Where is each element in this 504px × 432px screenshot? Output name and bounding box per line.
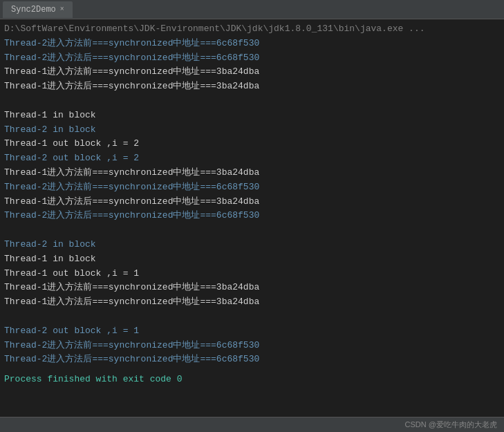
console-line: Thread-2进入方法前===synchronized中地址===6c68f5… (4, 339, 500, 353)
console-line: Thread-1 out block ,i = 2 (4, 137, 500, 151)
console-line: Thread-2进入方法前===synchronized中地址===6c68f5… (4, 180, 500, 195)
console-line: Thread-2 out block ,i = 2 (4, 151, 500, 166)
console-header: D:\SoftWare\Environments\JDK-Environment… (4, 22, 500, 37)
console-area[interactable]: D:\SoftWare\Environments\JDK-Environment… (0, 19, 504, 417)
console-line: Thread-1 in block (4, 252, 500, 267)
tab-bar: Sync2Demo × (0, 0, 504, 19)
bottom-bar: CSDN @爱吃牛肉的大老虎 (0, 417, 504, 432)
console-line: Thread-2 in block (4, 238, 500, 252)
close-icon[interactable]: × (60, 6, 64, 13)
console-line: Thread-1进入方法后===synchronized中地址===3ba24d… (4, 295, 500, 310)
console-line: Thread-1进入方法后===synchronized中地址===3ba24d… (4, 195, 500, 209)
console-line: Thread-2 out block ,i = 1 (4, 324, 500, 339)
console-lines-container: Thread-2进入方法前===synchronized中地址===6c68f5… (4, 37, 500, 367)
tab-sync2demo[interactable]: Sync2Demo × (3, 1, 73, 18)
console-line: Thread-2进入方法前===synchronized中地址===6c68f5… (4, 37, 500, 51)
console-line: Thread-2 in block (4, 123, 500, 138)
console-line (4, 94, 500, 109)
console-line (4, 223, 500, 238)
console-line: Thread-1 in block (4, 109, 500, 123)
console-line: Thread-1进入方法后===synchronized中地址===3ba24d… (4, 79, 500, 94)
console-line: Thread-1进入方法前===synchronized中地址===3ba24d… (4, 65, 500, 79)
console-line (4, 310, 500, 324)
console-line: Thread-2进入方法后===synchronized中地址===6c68f5… (4, 209, 500, 223)
console-line: Thread-2进入方法后===synchronized中地址===6c68f5… (4, 353, 500, 367)
main-window: Sync2Demo × D:\SoftWare\Environments\JDK… (0, 0, 504, 432)
console-line: Thread-1进入方法前===synchronized中地址===3ba24d… (4, 166, 500, 180)
console-line: Thread-1进入方法前===synchronized中地址===3ba24d… (4, 281, 500, 295)
console-line: Thread-1 out block ,i = 1 (4, 267, 500, 281)
csdn-badge: CSDN @爱吃牛肉的大老虎 (405, 420, 497, 430)
tab-label: Sync2Demo (11, 5, 56, 15)
process-finish-line: Process finished with exit code 0 (4, 373, 500, 387)
console-line: Thread-2进入方法后===synchronized中地址===6c68f5… (4, 51, 500, 66)
